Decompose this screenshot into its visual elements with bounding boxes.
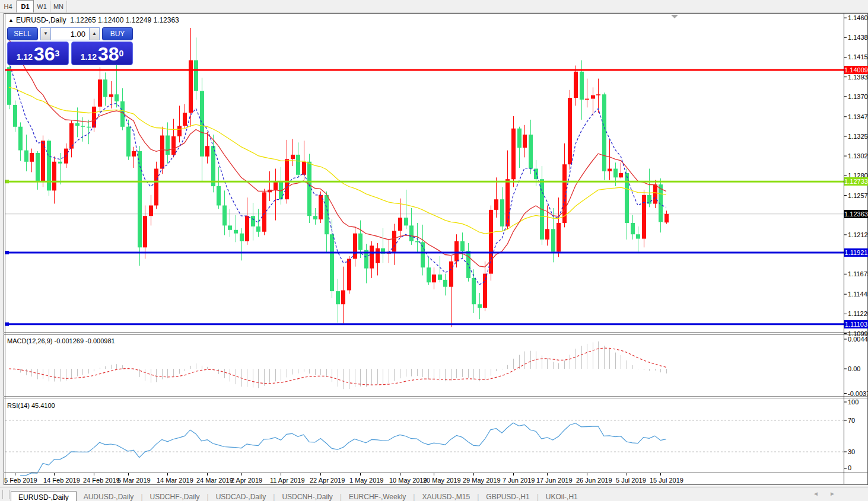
symbol-tab-AUDUSD-Daily[interactable]: AUDUSD-,Daily [77,491,141,501]
date-label: 1 May 2019 [349,477,383,484]
hline-handle[interactable] [5,251,9,254]
date-label: 5 Feb 2019 [4,477,37,484]
timeframe-tab-D1[interactable]: D1 [17,0,34,12]
price-badge: 1.11921 [844,248,868,257]
price-badge: 1.12363 [844,210,868,218]
sell-price-big: 36 [34,45,55,63]
candle [47,139,51,196]
date-label: 20 May 2019 [423,477,461,484]
price-badge: 1.11103 [844,320,868,328]
rsi-axis-tick: 0 [848,464,851,471]
symbol-tab-USDCHF-Daily[interactable]: USDCHF-,Daily [143,491,207,501]
timeframe-tab-W1[interactable]: W1 [34,1,50,12]
price-axis-tick: 1.13025 [848,152,868,159]
rsi-axis-tick: 70 [848,417,855,424]
date-label: 5 Jul 2019 [616,477,646,484]
price-axis-tick: 1.13705 [848,93,868,100]
sell-price-sup: 3 [55,42,60,65]
tabs-scroll-left-icon[interactable]: ◄ [813,490,819,497]
buy-price-sup: 0 [119,42,124,65]
timeframe-tab-MN[interactable]: MN [50,1,67,12]
price-axis-tick: 1.11445 [848,291,868,298]
date-label: 26 Jun 2019 [576,477,612,484]
date-label: 5 Mar 2019 [117,477,151,484]
price-badge: 1.14009 [844,66,868,74]
price-axis-tick: 1.13475 [848,113,868,120]
symbol-tab-XAUUSD-M15[interactable]: XAUUSD-,M15 [415,491,477,501]
collapse-icon[interactable]: ▲ [8,17,14,23]
chart-ohlc: 1.12265 1.12400 1.12249 1.12363 [70,16,179,24]
rsi-axis-tick: 30 [848,448,855,455]
chart-canvas [0,0,868,501]
candle [319,192,323,223]
candle [489,206,493,281]
tabs-scroll-right-icon[interactable]: ► [829,490,835,497]
chart-header: ▲EURUSD-,Daily 1.12265 1.12400 1.12249 1… [8,16,179,24]
rsi-label: RSI(14) 45.4100 [7,402,55,409]
hline-handle[interactable] [5,180,9,183]
price-axis-tick: 1.11675 [848,270,868,277]
price-axis-tick: 1.14380 [848,34,868,41]
macd-axis-tick: 0.004465 [848,336,868,343]
price-axis-tick: 1.12575 [848,192,868,199]
macd-label: MACD(12,26,9) -0.001269 -0.000981 [7,337,115,344]
candle [154,162,158,209]
date-label: 14 Mar 2019 [157,477,193,484]
price-badge: 1.12733 [844,177,868,186]
date-label: 11 Apr 2019 [270,477,305,484]
date-label: 15 Jul 2019 [650,477,683,484]
one-click-trading-panel: SELL ▼ ▲ BUY 1.12 36 3 1.12 38 0 [7,27,133,65]
hline-handle[interactable] [5,323,9,326]
symbol-tab-GBPUSD-H1[interactable]: GBPUSD-,H1 [479,491,536,501]
date-label: 17 Jun 2019 [536,477,573,484]
buy-button[interactable]: BUY [102,27,133,40]
price-axis-tick: 1.14155 [848,53,868,60]
sell-price-box[interactable]: 1.12 36 3 [7,42,69,65]
symbol-tab-UKOil-H1[interactable]: UKOil-,H1 [539,491,585,501]
candle [262,189,266,235]
date-label: 7 Jun 2019 [503,477,535,484]
symbol-tab-bar: EURUSD-,DailyAUDUSD-,Daily|USDCHF-,Daily… [0,487,868,501]
price-axis-tick: 1.11220 [848,310,868,317]
symbol-tab-EURCHF-Weekly[interactable]: EURCHF-,Weekly [342,491,413,501]
date-label: 14 Feb 2019 [43,477,80,484]
tabbar-grip-icon [2,490,9,499]
symbol-tab-EURUSD-Daily[interactable]: EURUSD-,Daily [11,491,77,501]
candle [602,92,606,180]
date-label: 24 Feb 2019 [83,477,120,484]
volume-input[interactable] [51,27,89,40]
price-axis-tick: 1.13930 [848,74,868,81]
volume-decrease-button[interactable]: ▼ [40,27,51,40]
price-axis-tick: 1.14605 [848,14,868,21]
price-axis-tick: 1.12125 [848,231,868,238]
sell-price-prefix: 1.12 [17,51,33,63]
date-label: 29 May 2019 [463,477,501,484]
candle [347,256,351,294]
date-label: 10 May 2019 [389,477,427,484]
symbol-tab-USDCAD-Daily[interactable]: USDCAD-,Daily [209,491,274,501]
buy-price-prefix: 1.12 [81,51,97,63]
symbol-tab-USDCNH-Daily[interactable]: USDCNH-,Daily [275,491,339,501]
date-label: 22 Apr 2019 [310,477,345,484]
timeframe-tab-H4[interactable]: H4 [0,1,17,12]
rsi-axis-tick: 100 [848,398,859,406]
date-label: 2 Apr 2019 [231,477,262,484]
chart-title: EURUSD-,Daily [16,16,66,24]
macd-axis-tick: 0.00 [848,365,860,372]
buy-price-box[interactable]: 1.12 38 0 [71,42,133,65]
price-axis-tick: 1.13250 [848,133,868,140]
macd-axis-tick: -0.003715 [848,390,868,397]
volume-increase-button[interactable]: ▲ [89,27,100,40]
sell-button[interactable]: SELL [7,27,38,40]
candle [568,90,572,170]
timeframe-bar: H4D1W1MN [0,0,868,13]
date-label: 24 Mar 2019 [196,477,233,484]
buy-price-big: 38 [98,45,119,63]
